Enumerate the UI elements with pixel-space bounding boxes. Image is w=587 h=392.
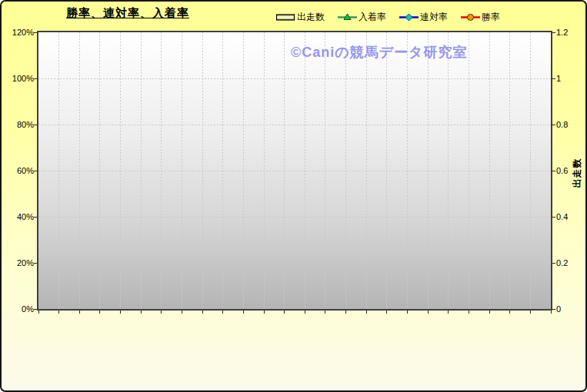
x-axis-tick	[509, 311, 510, 314]
horizontal-gridline	[38, 125, 551, 125]
x-axis-tick	[345, 311, 346, 314]
y-axis-left-label: 20%	[2, 257, 34, 268]
y-axis-right-label: 0.2	[556, 257, 587, 268]
legend-label-quinella-rate: 連対率	[420, 11, 448, 24]
y-right-axis-tick	[552, 263, 555, 264]
y-axis-left-label: 60%	[2, 165, 34, 176]
legend-label-starts: 出走数	[297, 11, 325, 24]
legend-item-win-rate[interactable]: 勝率	[461, 11, 500, 24]
x-axis-tick	[79, 311, 80, 314]
y-left-axis-tick	[34, 171, 37, 171]
x-axis-tick	[305, 311, 305, 314]
x-axis-tick	[38, 311, 39, 314]
x-axis-tick	[366, 311, 367, 314]
bar-swatch-icon	[276, 13, 295, 22]
y-left-axis-tick	[34, 217, 37, 218]
legend-label-win-rate: 勝率	[482, 11, 500, 24]
plot-area[interactable]	[37, 31, 552, 311]
watermark-text: ©Caniの競馬データ研究室	[291, 43, 468, 61]
y-axis-left-label: 100%	[2, 73, 34, 84]
y-axis-right-label: 0	[556, 304, 587, 314]
y-right-axis-tick	[552, 171, 555, 171]
y-axis-right-title: 出走数	[571, 158, 584, 188]
legend-item-quinella-rate[interactable]: 連対率	[399, 11, 448, 24]
horizontal-gridline	[38, 263, 551, 264]
y-left-axis-tick	[34, 78, 37, 79]
x-axis-tick	[222, 311, 223, 314]
x-axis-tick	[161, 311, 162, 314]
y-right-axis-tick	[552, 125, 555, 125]
chart-legend: 出走数 入着率 連対率 勝率	[276, 11, 500, 24]
x-axis-tick	[386, 311, 387, 314]
x-axis-tick	[551, 311, 552, 314]
x-axis-tick	[141, 311, 142, 314]
x-axis-tick	[530, 311, 531, 314]
y-left-axis-tick	[34, 263, 37, 264]
y-right-axis-tick	[552, 32, 555, 33]
horizontal-gridline	[38, 78, 551, 79]
x-axis-tick	[325, 311, 325, 314]
y-axis-right-label: 1.2	[556, 27, 587, 38]
triangle-marker-icon	[338, 13, 357, 22]
x-axis-tick	[469, 311, 469, 314]
y-right-axis-tick	[552, 217, 555, 218]
y-right-axis-tick	[552, 78, 555, 79]
legend-item-placing-rate[interactable]: 入着率	[338, 11, 386, 24]
x-axis-tick	[182, 311, 182, 314]
y-left-axis-tick	[34, 32, 37, 33]
x-axis-tick	[448, 311, 449, 314]
y-axis-right-label: 0.4	[556, 211, 587, 222]
x-axis-tick	[428, 311, 429, 314]
y-left-axis-tick	[34, 125, 37, 125]
chart-title: 勝率、連対率、入着率	[66, 6, 189, 21]
y-right-axis-tick	[552, 309, 555, 310]
x-axis-tick	[202, 311, 203, 314]
x-axis-tick	[407, 311, 408, 314]
legend-label-placing-rate: 入着率	[359, 11, 386, 24]
x-axis-tick	[120, 311, 121, 314]
y-axis-left-label: 80%	[2, 119, 34, 130]
y-axis-left-label: 0%	[2, 304, 34, 314]
x-axis-tick	[243, 311, 244, 314]
x-axis-tick	[264, 311, 265, 314]
legend-item-starts[interactable]: 出走数	[276, 11, 325, 24]
y-axis-right-label: 1	[556, 73, 587, 84]
y-axis-left-label: 120%	[2, 27, 34, 38]
horizontal-gridline	[38, 217, 551, 218]
horizontal-gridline	[38, 171, 551, 171]
y-left-axis-tick	[34, 309, 37, 310]
x-axis-tick	[99, 311, 100, 314]
diamond-marker-icon	[399, 13, 419, 22]
x-axis-tick	[284, 311, 285, 314]
y-axis-left-label: 40%	[2, 211, 34, 222]
x-axis-tick	[489, 311, 490, 314]
y-axis-right-label: 0.8	[556, 119, 587, 130]
x-axis-tick	[58, 311, 59, 314]
chart-canvas: 勝率、連対率、入着率 出走数 入着率	[0, 0, 587, 392]
circle-marker-icon	[461, 13, 480, 22]
